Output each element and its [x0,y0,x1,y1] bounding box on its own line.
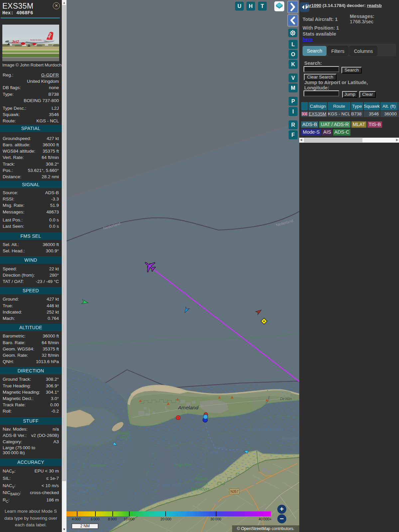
svg-text:friendly low fares: friendly low fares [30,39,42,41]
svg-text:Noard-: Noard- [196,477,208,481]
svg-text:plaat: plaat [210,450,219,454]
svg-text:De Hön: De Hön [280,397,292,401]
svg-text:Ameland: Ameland [178,405,199,410]
svg-text:N357: N357 [230,490,238,493]
svg-text:Friese Wad: Friese Wad [159,482,181,487]
svg-text:Oosterom: Oosterom [90,464,106,467]
svg-text:Terschellinger: Terschellinger [70,483,97,488]
svg-text:Fryslân: Fryslân [195,482,208,486]
svg-text:Bûtendyks: Bûtendyks [191,487,209,491]
svg-text:Amelanderwad: Amelanderwad [252,427,281,432]
svg-text:Balg: Balg [120,436,128,440]
svg-text:Heideveld: Heideveld [282,436,298,440]
svg-text:Blauwe: Blauwe [118,431,130,435]
svg-text:Hoge Wier: Hoge Wier [175,463,192,466]
svg-text:Wad: Wad [79,489,88,494]
svg-text:Jet2: Jet2 [12,40,19,44]
svg-text:Piet Scheve: Piet Scheve [206,445,225,449]
